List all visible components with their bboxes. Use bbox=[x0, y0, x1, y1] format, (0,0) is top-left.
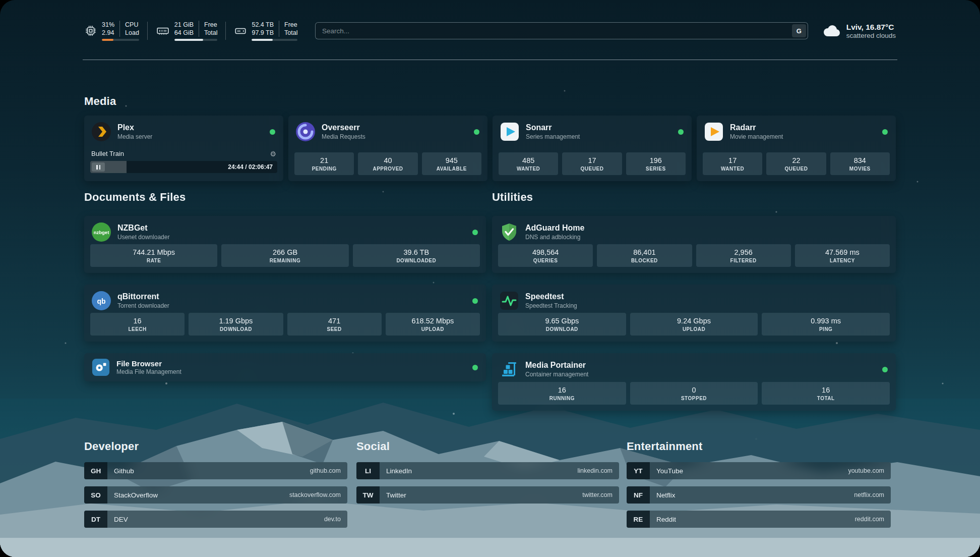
nzbget-icon: nzbget bbox=[91, 222, 111, 242]
stat-label: UPLOAD bbox=[683, 326, 705, 332]
stat-box: 618.52 Mbps UPLOAD bbox=[386, 313, 480, 336]
cpu-load-label: Load bbox=[125, 29, 139, 37]
gear-icon[interactable]: ⚙ bbox=[270, 150, 276, 157]
stat-box: 21 PENDING bbox=[294, 152, 354, 175]
stat-box: 498,564 QUERIES bbox=[498, 244, 593, 267]
status-dot bbox=[472, 230, 478, 235]
stat-box: 744.21 Mbps RATE bbox=[90, 244, 217, 267]
stat-box: 39.6 TB DOWNLOADED bbox=[353, 244, 480, 267]
playback-time: 24:44 / 02:06:47 bbox=[228, 163, 273, 171]
cpu-label: CPU bbox=[125, 21, 139, 29]
app-card-adguard-home[interactable]: AdGuard Home DNS and adblocking 498,564 … bbox=[492, 216, 896, 273]
disk-usage-fill bbox=[252, 39, 273, 41]
app-subtitle: Usenet downloader bbox=[117, 234, 169, 241]
stat-value: 2,956 bbox=[734, 248, 752, 256]
bookmark-twitter[interactable]: TW Twitter twitter.com bbox=[356, 486, 619, 504]
stat-box: 9.65 Gbps DOWNLOAD bbox=[498, 313, 626, 336]
stat-box: 1.19 Gbps DOWNLOAD bbox=[189, 313, 283, 336]
status-dot bbox=[270, 129, 275, 135]
stat-label: REMAINING bbox=[270, 258, 301, 263]
divider bbox=[147, 22, 148, 40]
stat-box: 17 QUEUED bbox=[562, 152, 622, 175]
pause-button[interactable] bbox=[92, 162, 105, 172]
stat-label: UPLOAD bbox=[421, 326, 444, 332]
bookmark-name: Reddit bbox=[656, 516, 676, 523]
ram-usage-bar bbox=[174, 39, 218, 41]
search-engine-button[interactable]: G bbox=[792, 24, 806, 37]
bookmark-icon: NF bbox=[627, 486, 650, 504]
stat-label: QUEUED bbox=[581, 166, 604, 172]
cpu-usage-fill bbox=[102, 39, 113, 41]
memory-icon bbox=[156, 24, 170, 37]
app-card-sonarr[interactable]: Sonarr Series management 485 WANTED 17 Q… bbox=[493, 116, 692, 181]
stat-value: 39.6 TB bbox=[404, 248, 430, 256]
status-dot bbox=[474, 129, 479, 135]
app-card-radarr[interactable]: Radarr Movie management 17 WANTED 22 QUE… bbox=[697, 116, 896, 181]
stat-box: 0 STOPPED bbox=[630, 382, 758, 405]
stat-value: 16 bbox=[134, 317, 142, 325]
app-card-filebrowser[interactable]: File Browser Media File Management bbox=[84, 353, 486, 381]
ram-total-value: 64 GiB bbox=[174, 29, 194, 37]
cpu-percent: 31% bbox=[102, 21, 114, 29]
app-name: Overseerr bbox=[322, 123, 365, 132]
cpu-monitor: 31% 2.94 CPU Load bbox=[84, 21, 139, 41]
bookmark-url: twitter.com bbox=[582, 491, 612, 498]
app-card-portainer[interactable]: Media Portainer Container management 16 … bbox=[492, 353, 896, 411]
bookmark-icon: RE bbox=[627, 511, 650, 528]
ram-usage-fill bbox=[174, 39, 203, 41]
bookmark-reddit[interactable]: RE Reddit reddit.com bbox=[627, 511, 891, 528]
app-name: AdGuard Home bbox=[525, 224, 584, 233]
stat-value: 40 bbox=[384, 156, 392, 164]
media-cards-row: Plex Media server Bullet Train ⚙ 24:44 /… bbox=[84, 116, 896, 181]
stat-label: DOWNLOAD bbox=[546, 326, 578, 332]
playback-progress-bar[interactable]: 24:44 / 02:06:47 bbox=[90, 161, 277, 173]
stat-value: 1.19 Gbps bbox=[219, 317, 253, 325]
stat-label: BLOCKED bbox=[631, 258, 658, 263]
ram-total-label: Total bbox=[204, 29, 217, 37]
section-title-social: Social bbox=[356, 440, 390, 453]
stat-label: RATE bbox=[147, 258, 161, 263]
stat-box: 2,956 FILTERED bbox=[696, 244, 791, 267]
section-title-entertainment: Entertainment bbox=[627, 440, 703, 453]
stat-box: 834 MOVIES bbox=[830, 152, 890, 175]
app-subtitle: Container management bbox=[525, 371, 588, 378]
bookmark-name: Twitter bbox=[386, 491, 406, 499]
stat-label: RUNNING bbox=[549, 396, 575, 401]
bookmark-dev-to[interactable]: DT DEV dev.to bbox=[84, 511, 347, 528]
status-dot bbox=[678, 129, 684, 135]
stat-box: 47.569 ms LATENCY bbox=[795, 244, 890, 267]
app-card-qbittorrent[interactable]: qb qBittorrent Torrent downloader 16 LEE… bbox=[84, 285, 486, 342]
weather-location: Lviv, 16.87°C bbox=[846, 23, 896, 32]
stat-box: 485 WANTED bbox=[499, 152, 558, 175]
stat-value: 47.569 ms bbox=[825, 248, 860, 256]
stat-label: DOWNLOADED bbox=[396, 258, 436, 263]
cpu-usage-bar bbox=[102, 39, 139, 41]
bookmark-name: YouTube bbox=[656, 467, 683, 475]
stat-box: 16 RUNNING bbox=[498, 382, 626, 405]
stat-box: 266 GB REMAINING bbox=[221, 244, 348, 267]
section-title-media: Media bbox=[84, 95, 116, 108]
app-card-plex[interactable]: Plex Media server Bullet Train ⚙ 24:44 /… bbox=[84, 116, 283, 181]
bookmark-youtube[interactable]: YT YouTube youtube.com bbox=[627, 462, 891, 479]
app-card-nzbget[interactable]: nzbget NZBGet Usenet downloader 744.21 M… bbox=[84, 216, 486, 273]
bookmark-stackoverflow[interactable]: SO StackOverflow stackoverflow.com bbox=[84, 486, 347, 504]
stat-label: MOVIES bbox=[849, 166, 871, 172]
bookmark-name: StackOverflow bbox=[114, 491, 158, 499]
stat-value: 498,564 bbox=[532, 248, 559, 256]
system-monitors: 31% 2.94 CPU Load bbox=[84, 21, 302, 41]
stat-box: 16 TOTAL bbox=[762, 382, 890, 405]
bookmark-name: Github bbox=[114, 467, 134, 475]
sonarr-icon bbox=[500, 122, 520, 142]
bookmark-linkedin[interactable]: LI LinkedIn linkedin.com bbox=[356, 462, 619, 479]
bookmark-github[interactable]: GH Github github.com bbox=[84, 462, 347, 479]
app-card-speedtest[interactable]: Speedtest Speedtest Tracking 9.65 Gbps D… bbox=[492, 285, 896, 342]
divider bbox=[225, 22, 226, 40]
now-playing-title: Bullet Train bbox=[91, 150, 124, 157]
app-name: Media Portainer bbox=[525, 361, 588, 370]
bookmark-netflix[interactable]: NF Netflix netflix.com bbox=[627, 486, 891, 504]
speedtest-icon bbox=[499, 291, 519, 311]
app-subtitle: Torrent downloader bbox=[117, 302, 169, 309]
stat-label: WANTED bbox=[721, 166, 744, 172]
app-card-overseerr[interactable]: Overseerr Media Requests 21 PENDING 40 A… bbox=[288, 116, 487, 181]
search-input[interactable] bbox=[315, 22, 808, 39]
